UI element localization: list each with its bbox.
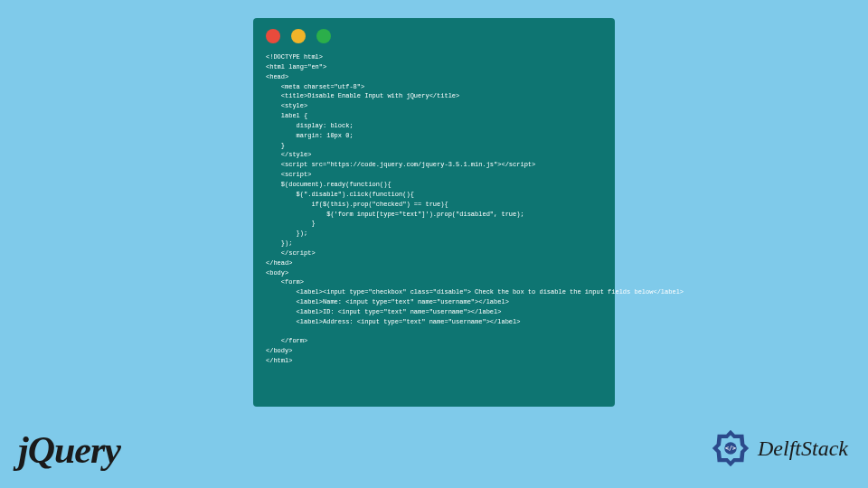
code-block: <!DOCTYPE html> <html lang="en"> <head> … bbox=[266, 52, 602, 366]
window-controls bbox=[266, 29, 602, 43]
svg-text:</>: </> bbox=[725, 445, 736, 452]
close-dot-icon bbox=[266, 29, 280, 43]
delftstack-logo: </> DelftStack bbox=[709, 427, 848, 470]
delftstack-text: DelftStack bbox=[758, 436, 848, 461]
code-window: <!DOCTYPE html> <html lang="en"> <head> … bbox=[253, 18, 615, 407]
jquery-logo: jQuery bbox=[18, 428, 120, 472]
minimize-dot-icon bbox=[291, 29, 306, 43]
maximize-dot-icon bbox=[316, 29, 331, 43]
delftstack-emblem-icon: </> bbox=[709, 427, 752, 470]
